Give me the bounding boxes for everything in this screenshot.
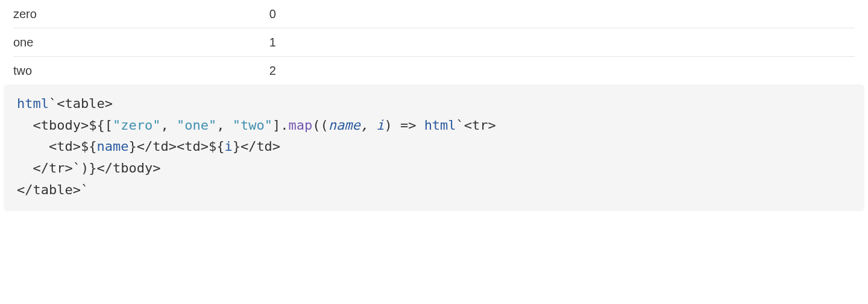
data-table-body: zero0one1two2 [13,0,855,84]
code-block: html`<table> <tbody>${["zero", "one", "t… [4,84,864,211]
output-table: zero0one1two2 [0,0,868,84]
table-row: zero0 [13,0,855,28]
row-index: 2 [266,57,855,85]
row-name: zero [13,0,266,28]
row-name: two [13,57,266,85]
row-index: 1 [266,28,855,57]
code-content: html`<table> <tbody>${["zero", "one", "t… [17,96,496,197]
row-index: 0 [266,0,855,28]
table-row: two2 [13,57,855,85]
table-row: one1 [13,28,855,57]
data-table: zero0one1two2 [13,0,855,84]
row-name: one [13,28,266,57]
